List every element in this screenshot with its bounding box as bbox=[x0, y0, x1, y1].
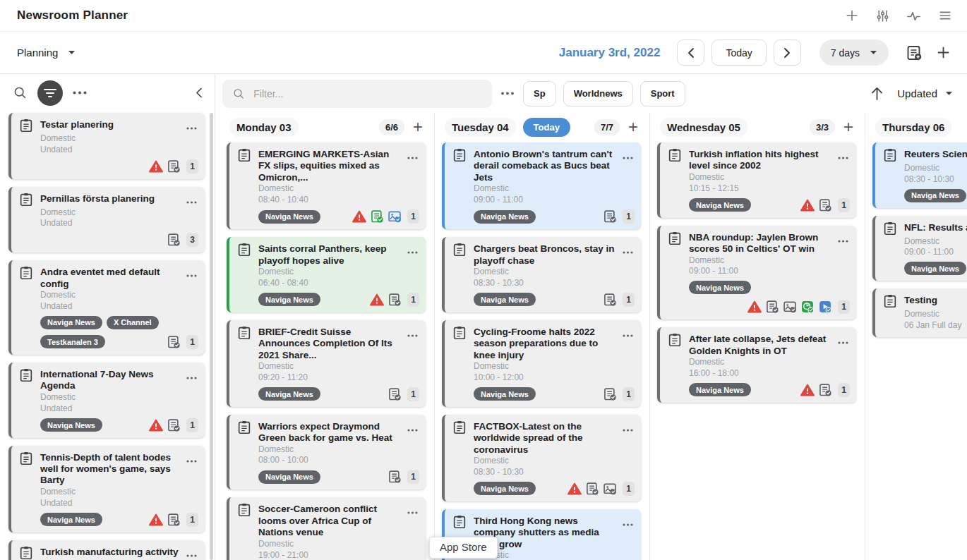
arrow-up-icon bbox=[871, 87, 883, 100]
count-badge: 1 bbox=[407, 470, 419, 484]
card-menu-button[interactable] bbox=[186, 265, 198, 279]
card-section: Domestic bbox=[40, 207, 198, 219]
planning-card[interactable]: BRIEF-Credit Suisse Announces Completion… bbox=[227, 320, 426, 407]
count-badge: 1 bbox=[623, 293, 635, 307]
card-menu-button[interactable] bbox=[186, 367, 198, 382]
event-clipboard-icon bbox=[18, 118, 34, 133]
planning-card[interactable]: Reuters Science Domestic 08:30 - 10:30 N… bbox=[872, 142, 967, 208]
sort-by-selector[interactable]: Updated bbox=[897, 87, 953, 99]
card-time: 09:00 - 11:00 bbox=[474, 195, 635, 206]
settings-button[interactable] bbox=[875, 8, 890, 23]
planning-card[interactable]: Turkish inflation hits highest level sin… bbox=[657, 142, 856, 218]
card-menu-button[interactable] bbox=[407, 502, 419, 516]
planning-card[interactable]: Antonio Brown's tantrum can't derail com… bbox=[442, 142, 641, 229]
sidebar-more-button[interactable] bbox=[73, 91, 87, 95]
filter-chip-sport[interactable]: Sport bbox=[640, 81, 685, 106]
card-more-icon bbox=[838, 240, 848, 243]
sidebar-scrollbar[interactable] bbox=[210, 113, 213, 560]
planning-card[interactable]: Soccer-Cameroon conflict looms over Afri… bbox=[227, 497, 426, 560]
view-selector[interactable]: Planning bbox=[17, 47, 76, 59]
prev-period-button[interactable] bbox=[677, 39, 704, 66]
column-add-button[interactable]: + bbox=[627, 118, 639, 135]
planning-card[interactable]: Cycling-Froome halts 2022 season prepara… bbox=[442, 320, 641, 407]
planning-card[interactable]: NFL: Results and Domestic 09:00 - 11:00 … bbox=[872, 216, 967, 281]
next-period-button[interactable] bbox=[774, 39, 801, 66]
card-menu-button[interactable] bbox=[623, 514, 635, 528]
planning-card[interactable]: Tennis-Depth of talent bodes well for wo… bbox=[8, 446, 205, 532]
card-menu-button[interactable] bbox=[838, 231, 850, 245]
card-section: Domestic bbox=[474, 267, 635, 278]
filter-chip-sp[interactable]: Sp bbox=[523, 81, 556, 106]
channel-badge: Naviga News bbox=[474, 482, 536, 495]
range-selector[interactable]: 7 days bbox=[819, 39, 889, 66]
tune-icon bbox=[875, 8, 890, 23]
sidebar-search-button[interactable] bbox=[13, 85, 28, 100]
card-menu-button[interactable] bbox=[407, 325, 419, 339]
sidebar: Testar planering Domestic Undated 1 Pern… bbox=[0, 74, 215, 560]
search-icon bbox=[13, 85, 28, 100]
chevron-down-icon bbox=[870, 50, 877, 55]
warning-icon bbox=[352, 210, 366, 223]
planning-card[interactable]: After late collapse, Jets defeat Golden … bbox=[657, 327, 856, 403]
card-menu-button[interactable] bbox=[838, 332, 850, 346]
card-more-icon bbox=[186, 201, 197, 204]
card-menu-button[interactable] bbox=[838, 147, 850, 162]
card-section: Domestic bbox=[258, 539, 419, 550]
planning-card[interactable]: EMERGING MARKETS-Asian FX slips, equitie… bbox=[227, 142, 426, 229]
image-check-blue-icon bbox=[388, 209, 402, 224]
chevron-right-icon bbox=[784, 48, 791, 58]
filter-more-button[interactable] bbox=[501, 92, 514, 95]
card-menu-button[interactable] bbox=[186, 192, 198, 206]
card-menu-button[interactable] bbox=[407, 420, 419, 434]
planning-card[interactable]: Testar planering Domestic Undated 1 bbox=[8, 113, 205, 179]
create-button[interactable] bbox=[935, 44, 951, 61]
channel-badge: Naviga News bbox=[40, 513, 102, 526]
column-add-button[interactable]: + bbox=[412, 118, 424, 135]
sort-direction-button[interactable] bbox=[871, 87, 883, 100]
card-menu-button[interactable] bbox=[623, 420, 635, 434]
card-menu-button[interactable] bbox=[623, 147, 635, 162]
new-agenda-button[interactable] bbox=[906, 44, 923, 61]
note-check-icon bbox=[388, 470, 402, 484]
column-add-button[interactable]: + bbox=[842, 118, 855, 135]
today-button[interactable]: Today bbox=[711, 39, 766, 66]
sidebar-collapse-button[interactable] bbox=[196, 87, 202, 98]
board-columns: Monday 03 6/6+ EMERGING MARKETS-Asian FX… bbox=[215, 113, 967, 560]
card-time: 10:15 - 12:15 bbox=[689, 183, 850, 195]
activity-button[interactable] bbox=[906, 8, 922, 24]
count-badge: 1 bbox=[838, 383, 850, 397]
card-title: Antonio Brown's tantrum can't derail com… bbox=[474, 147, 616, 183]
planning-card[interactable]: Saints corral Panthers, keep playoff hop… bbox=[227, 237, 426, 312]
image-check-icon bbox=[783, 300, 797, 314]
card-menu-button[interactable] bbox=[407, 242, 419, 256]
planning-card[interactable]: International 7-Day News Agenda Domestic… bbox=[8, 363, 205, 438]
planning-card[interactable]: Chargers beat Broncos, stay in playoff c… bbox=[442, 237, 641, 312]
planning-card[interactable]: NBA roundup: Jaylen Brown scores 50 in C… bbox=[657, 226, 856, 320]
sidebar-filter-button[interactable] bbox=[37, 80, 63, 106]
day-column: Monday 03 6/6+ EMERGING MARKETS-Asian FX… bbox=[220, 113, 435, 560]
card-more-icon bbox=[623, 523, 633, 526]
current-date[interactable]: January 3rd, 2022 bbox=[559, 46, 661, 60]
card-menu-button[interactable] bbox=[623, 242, 635, 256]
card-menu-button[interactable] bbox=[623, 325, 635, 339]
planning-card[interactable]: Turkish manufacturing activity expands i… bbox=[8, 540, 205, 560]
column-day-label: Thursday 06 bbox=[875, 118, 951, 137]
filter-input[interactable] bbox=[253, 88, 482, 99]
channel-badge: Naviga News bbox=[474, 293, 536, 306]
planning-card[interactable]: Andra eventet med default config Domesti… bbox=[8, 260, 205, 355]
planning-card[interactable]: Testing Domestic 06 Jan Full day bbox=[872, 288, 967, 337]
card-menu-button[interactable] bbox=[186, 118, 198, 132]
card-menu-button[interactable] bbox=[186, 545, 198, 559]
planning-card[interactable]: Pernillas första planering Domestic Unda… bbox=[8, 187, 205, 253]
card-menu-button[interactable] bbox=[186, 451, 198, 465]
card-time: Undated bbox=[40, 301, 198, 312]
card-menu-button[interactable] bbox=[407, 147, 419, 162]
planning-card[interactable]: Warriors expect Draymond Green back for … bbox=[227, 415, 426, 490]
planning-card[interactable]: FACTBOX-Latest on the worldwide spread o… bbox=[442, 415, 641, 501]
quick-add-button[interactable] bbox=[844, 8, 860, 23]
card-more-icon bbox=[838, 157, 848, 159]
filter-chip-worldnews[interactable]: Worldnews bbox=[563, 81, 633, 106]
event-clipboard-icon bbox=[452, 242, 467, 257]
main-menu-button[interactable] bbox=[937, 8, 953, 23]
card-more-icon bbox=[186, 274, 197, 277]
